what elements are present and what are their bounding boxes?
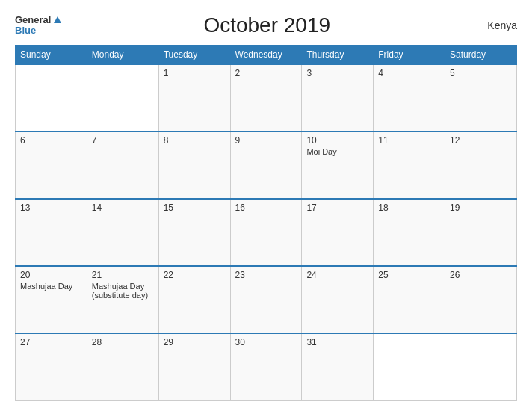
day-number: 19 — [450, 203, 512, 213]
day-event: Moi Day — [306, 147, 368, 156]
header-friday: Friday — [374, 46, 445, 65]
calendar-cell: 19 — [445, 199, 517, 266]
calendar-cell: 24 — [302, 266, 374, 333]
calendar-cell: 14 — [87, 199, 158, 266]
calendar-cell — [16, 64, 87, 132]
day-number: 4 — [378, 68, 440, 78]
day-number: 22 — [164, 270, 226, 280]
calendar-cell: 7 — [87, 132, 158, 199]
header: General Blue October 2019 Kenya — [15, 13, 517, 37]
day-number: 7 — [92, 135, 154, 146]
day-number: 21 — [92, 270, 154, 280]
calendar-cell: 30 — [230, 333, 302, 401]
day-number: 30 — [235, 337, 297, 347]
day-number: 1 — [164, 68, 226, 78]
country-label: Kenya — [472, 19, 517, 31]
calendar-cell: 25 — [374, 266, 445, 333]
day-number: 26 — [450, 270, 512, 280]
calendar-week-row: 678910Moi Day1112 — [16, 132, 517, 199]
day-number: 31 — [306, 337, 368, 347]
calendar-cell: 28 — [87, 333, 158, 401]
header-saturday: Saturday — [445, 46, 517, 65]
header-wednesday: Wednesday — [230, 46, 302, 65]
calendar-cell: 22 — [158, 266, 230, 333]
day-number: 28 — [92, 337, 154, 347]
day-event: Mashujaa Day — [20, 282, 82, 291]
calendar-cell: 17 — [302, 199, 374, 266]
calendar-cell: 31 — [302, 333, 374, 401]
calendar-cell: 29 — [158, 333, 230, 401]
header-monday: Monday — [87, 46, 158, 65]
day-number: 18 — [378, 203, 440, 213]
calendar-cell: 18 — [374, 199, 445, 266]
day-number: 17 — [306, 203, 368, 213]
calendar-cell: 12 — [445, 132, 517, 199]
day-number: 13 — [20, 203, 82, 213]
calendar-cell: 20Mashujaa Day — [16, 266, 87, 333]
calendar-cell: 26 — [445, 266, 517, 333]
calendar-cell: 2 — [230, 64, 302, 132]
calendar-cell: 11 — [374, 132, 445, 199]
day-number: 14 — [92, 203, 154, 213]
calendar-week-row: 13141516171819 — [16, 199, 517, 266]
calendar-week-row: 2728293031 — [16, 333, 517, 401]
calendar-cell: 4 — [374, 64, 445, 132]
logo-general-text: General — [15, 15, 51, 25]
calendar-cell: 16 — [230, 199, 302, 266]
calendar-cell: 3 — [302, 64, 374, 132]
day-number: 9 — [235, 135, 297, 146]
day-number: 24 — [306, 270, 368, 280]
calendar-week-row: 20Mashujaa Day21Mashujaa Day (substitute… — [16, 266, 517, 333]
logo-triangle-icon — [54, 16, 61, 23]
calendar-cell: 6 — [16, 132, 87, 199]
calendar-cell: 1 — [158, 64, 230, 132]
calendar-cell: 23 — [230, 266, 302, 333]
day-number: 12 — [450, 135, 512, 146]
calendar-week-row: 12345 — [16, 64, 517, 132]
calendar-cell: 13 — [16, 199, 87, 266]
day-number: 15 — [164, 203, 226, 213]
header-tuesday: Tuesday — [158, 46, 230, 65]
calendar-cell: 5 — [445, 64, 517, 132]
logo: General Blue — [15, 15, 61, 37]
day-number: 8 — [164, 135, 226, 146]
weekday-header-row: Sunday Monday Tuesday Wednesday Thursday… — [16, 46, 517, 65]
calendar-cell: 8 — [158, 132, 230, 199]
calendar-cell: 15 — [158, 199, 230, 266]
day-number: 29 — [164, 337, 226, 347]
day-number: 20 — [20, 270, 82, 280]
logo-blue-text: Blue — [15, 25, 61, 36]
day-number: 23 — [235, 270, 297, 280]
day-number: 2 — [235, 68, 297, 78]
calendar-cell: 21Mashujaa Day (substitute day) — [87, 266, 158, 333]
calendar-cell: 27 — [16, 333, 87, 401]
calendar-table: Sunday Monday Tuesday Wednesday Thursday… — [15, 45, 517, 401]
day-number: 11 — [378, 135, 440, 146]
day-number: 16 — [235, 203, 297, 213]
day-number: 27 — [20, 337, 82, 347]
calendar-cell — [445, 333, 517, 401]
calendar-cell: 9 — [230, 132, 302, 199]
calendar-cell: 10Moi Day — [302, 132, 374, 199]
day-number: 10 — [306, 135, 368, 146]
day-number: 5 — [450, 68, 512, 78]
day-number: 25 — [378, 270, 440, 280]
calendar-cell — [374, 333, 445, 401]
calendar-title: October 2019 — [61, 13, 472, 37]
day-number: 3 — [306, 68, 368, 78]
header-sunday: Sunday — [16, 46, 87, 65]
calendar-cell — [87, 64, 158, 132]
page: General Blue October 2019 Kenya Sunday M… — [0, 0, 532, 411]
day-number: 6 — [20, 135, 82, 146]
header-thursday: Thursday — [302, 46, 374, 65]
day-event: Mashujaa Day (substitute day) — [92, 282, 154, 300]
